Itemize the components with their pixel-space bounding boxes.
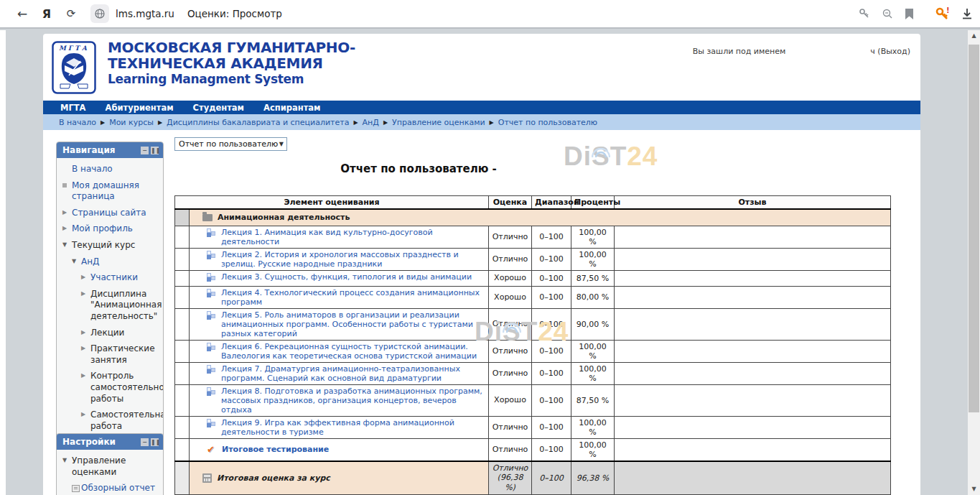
sidebar-item-label: Участники xyxy=(90,272,138,284)
lesson-icon xyxy=(207,365,216,374)
feedback-cell xyxy=(615,270,891,286)
scrollbar-thumb[interactable] xyxy=(969,45,979,412)
page-title: Отчет по пользователю - xyxy=(174,162,907,175)
breadcrumb-separator-icon: ▶ xyxy=(101,119,105,126)
main-menu: МГТААбитуриентамСтудентамАспирантам xyxy=(43,101,920,114)
collapse-block-icon[interactable]: − xyxy=(141,438,149,446)
sidebar-item[interactable]: Обзорный отчет xyxy=(62,483,159,494)
quiz-icon: ✔ xyxy=(207,445,217,454)
sidebar-item[interactable]: ▶Лекции xyxy=(62,328,159,339)
mgta-logo: МГТА xyxy=(52,41,96,97)
feedback-cell xyxy=(615,416,891,438)
dock-block-icon[interactable]: ❚❚ xyxy=(151,438,159,446)
sidebar-item[interactable]: ▶Контроль самостоятельной работы xyxy=(62,371,159,404)
sidebar-item-label: Контроль самостоятельной работы xyxy=(90,371,164,404)
course-total-percent: 96,38 % xyxy=(571,461,615,495)
collapse-block-icon[interactable]: − xyxy=(141,147,149,154)
item-title: Лекция 5. Роль аниматоров в организации … xyxy=(221,310,485,338)
grade-item-link[interactable]: Лекция 1. Анимация как вид культурно-дос… xyxy=(207,228,485,246)
table-row: ✔Итоговое тестированиеОтлично(100,00 %)0… xyxy=(175,438,891,461)
browser-toolbar: ← Я ⟳ lms.mgta.ru Оценки: Просмотр ! xyxy=(0,0,980,29)
lesson-icon xyxy=(207,289,216,298)
scroll-down-icon[interactable]: ▼ xyxy=(968,484,980,495)
grade-item-link[interactable]: Лекция 8. Подготовка и разработка анимац… xyxy=(207,387,485,415)
download-icon[interactable] xyxy=(961,8,973,20)
percent-value: 100,00 % xyxy=(571,362,615,384)
report-icon xyxy=(72,483,81,494)
grade-item-link[interactable]: Лекция 9. Игра как эффективная форма ани… xyxy=(207,418,485,437)
range-value: 0–100 xyxy=(532,416,571,438)
dock-block-icon[interactable]: ❚❚ xyxy=(151,147,159,154)
lesson-icon xyxy=(207,273,216,282)
range-value: 0–100 xyxy=(532,286,571,308)
sidebar-item[interactable]: ▶Практические занятия xyxy=(62,343,159,366)
sidebar-item[interactable]: ▶Страницы сайта xyxy=(62,208,159,219)
breadcrumb-link[interactable]: АнД xyxy=(363,118,379,127)
sidebar-item[interactable]: ▼АнД xyxy=(62,256,159,268)
breadcrumb-link[interactable]: Дисциплины бакалавриата и специалитета xyxy=(167,118,349,127)
reload-icon[interactable]: ⟳ xyxy=(59,7,83,20)
search-icon[interactable] xyxy=(882,8,893,19)
breadcrumb-link[interactable]: В начало xyxy=(59,118,96,127)
report-type-select[interactable]: Отчет по пользователю▼ xyxy=(174,137,287,151)
grade-item-link[interactable]: Лекция 7. Драматургия анимационно-театра… xyxy=(207,364,485,383)
logout-link[interactable]: ч (Выход) xyxy=(870,47,910,56)
grade-value: Отлично(100,00 %) xyxy=(489,416,532,438)
percent-value: 80,00 % xyxy=(571,286,615,308)
sidebar-item[interactable]: В начало xyxy=(62,164,159,175)
sidebar-item[interactable]: ▶Дисциплина "Анимационная деятельность" xyxy=(62,289,159,323)
feedback-cell xyxy=(615,384,891,416)
sidebar-item[interactable]: ▶Участники xyxy=(62,272,159,284)
sidebar-item-label: Страницы сайта xyxy=(72,208,146,219)
grade-item-link[interactable]: Лекция 3. Сущность, функция, типология и… xyxy=(207,272,472,282)
breadcrumb-link[interactable]: Мои курсы xyxy=(109,118,154,127)
course-total-label: Итоговая оценка за курс xyxy=(217,473,330,483)
table-row: Лекция 4. Технологический процесс создан… xyxy=(175,286,891,308)
bookmark-icon[interactable] xyxy=(905,9,914,19)
address-bar[interactable]: lms.mgta.ru Оценки: Просмотр xyxy=(90,4,282,23)
table-row: Лекция 9. Игра как эффективная форма ани… xyxy=(175,416,891,438)
grade-item-link[interactable]: Лекция 4. Технологический процесс создан… xyxy=(207,288,485,307)
sidebar-item-label: АнД xyxy=(81,256,99,268)
main-menu-item[interactable]: Абитуриентам xyxy=(106,103,174,113)
main-menu-item[interactable]: Студентам xyxy=(193,103,244,113)
range-value: 0–100 xyxy=(532,362,571,384)
col-header-feedback: Отзыв xyxy=(615,196,891,210)
grade-item-link[interactable]: Лекция 6. Рекреационная сущность туристс… xyxy=(207,342,485,361)
feedback-cell xyxy=(615,362,891,384)
item-title: Лекция 9. Игра как эффективная форма ани… xyxy=(221,418,485,437)
grade-item-link[interactable]: ✔Итоговое тестирование xyxy=(207,445,329,454)
sidebar-item-label: Мой профиль xyxy=(72,223,133,235)
password-key-icon[interactable] xyxy=(859,8,870,19)
breadcrumb: В начало▶Мои курсы▶Дисциплины бакалавриа… xyxy=(43,114,920,130)
scroll-up-icon[interactable]: ▲ xyxy=(968,30,980,42)
breadcrumb-link[interactable]: Отчет по пользователю xyxy=(498,118,597,127)
protect-key-alert-icon[interactable]: ! xyxy=(935,7,950,20)
yandex-logo-icon[interactable]: Я xyxy=(34,7,59,21)
grade-value: Отлично(100,00 %) xyxy=(489,438,532,461)
sidebar-item[interactable]: ▶Мой профиль xyxy=(62,223,159,235)
range-value: 0–100 xyxy=(532,270,571,286)
breadcrumb-link[interactable]: Управление оценками xyxy=(392,118,485,127)
page-scrollbar[interactable]: ▲ ▼ xyxy=(968,30,980,495)
square-bullet-icon xyxy=(62,180,72,203)
grade-item-link[interactable]: Лекция 5. Роль аниматоров в организации … xyxy=(207,310,485,338)
item-title: Лекция 4. Технологический процесс создан… xyxy=(221,288,485,307)
back-icon[interactable]: ← xyxy=(10,6,34,21)
chevron-right-icon: ▶ xyxy=(81,272,90,284)
feedback-cell xyxy=(615,340,891,362)
main-menu-item[interactable]: Аспирантам xyxy=(263,103,320,113)
breadcrumb-separator-icon: ▶ xyxy=(383,119,388,126)
sidebar-item[interactable]: ▼Текущий курс xyxy=(62,240,159,251)
sidebar-item-label: Моя домашняя страница xyxy=(72,180,159,203)
sidebar-item[interactable]: ▶Самостоятельная работа xyxy=(62,410,159,432)
main-menu-item[interactable]: МГТА xyxy=(60,103,86,113)
sidebar-item[interactable]: Моя домашняя страница xyxy=(62,180,159,203)
item-title: Итоговое тестирование xyxy=(222,445,329,454)
table-row: Лекция 1. Анимация как вид культурно-дос… xyxy=(175,226,891,248)
course-total-range: 0–100 xyxy=(532,461,571,495)
grade-value: Отлично(100,00 %) xyxy=(489,340,532,362)
sidebar-item[interactable]: ▼Управление оценками xyxy=(62,455,159,478)
url-text[interactable]: lms.mgta.ru xyxy=(116,8,174,19)
grade-item-link[interactable]: Лекция 2. История и хронология массовых … xyxy=(207,250,485,269)
